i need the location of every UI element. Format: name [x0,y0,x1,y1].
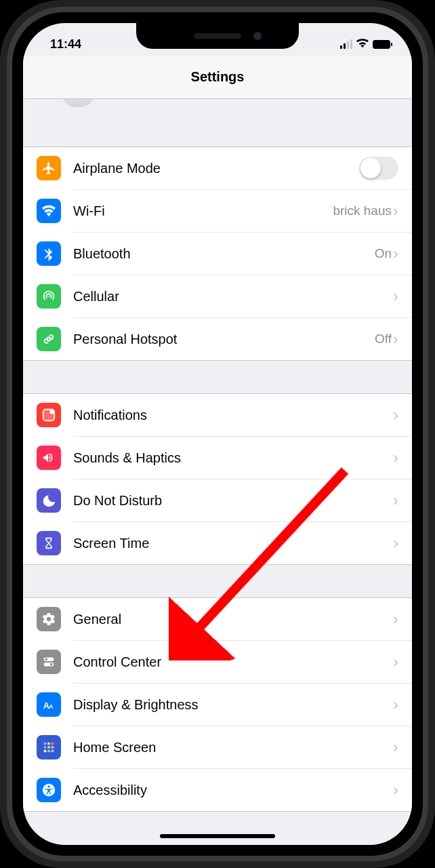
moon-icon [37,488,61,513]
chevron-right-icon: › [393,330,398,349]
chevron-right-icon: › [393,287,398,306]
svg-rect-9 [44,743,47,745]
home-indicator[interactable] [160,834,275,838]
row-sounds-haptics[interactable]: Sounds & Haptics › [23,437,412,479]
wifi-status-icon [356,37,369,52]
row-home-screen[interactable]: Home Screen › [23,726,412,768]
notch [136,23,299,49]
row-detail: brick haus [333,203,392,218]
chevron-right-icon: › [393,534,398,553]
svg-rect-10 [47,743,50,745]
sound-icon [37,446,61,470]
svg-rect-17 [51,750,54,753]
row-general[interactable]: General › [23,598,412,640]
row-label: Airplane Mode [73,161,161,176]
status-time: 11:44 [50,37,81,52]
row-label: Control Center [73,654,161,670]
chevron-right-icon: › [393,406,398,425]
chevron-right-icon: › [393,610,398,629]
screen: 11:44 Settings [23,23,412,845]
cellular-icon [37,284,61,309]
battery-icon [373,40,390,49]
row-detail: Off [375,332,392,347]
row-detail: On [375,246,392,261]
row-label: Do Not Disturb [73,493,162,509]
row-label: Notifications [73,408,147,423]
svg-point-4 [45,658,48,661]
svg-text:A: A [49,703,54,710]
row-label: Screen Time [73,536,149,551]
airplane-icon [37,156,61,180]
chevron-right-icon: › [393,781,398,800]
settings-group-notifications: Notifications › Sounds & Haptics › [23,393,412,565]
phone-frame: 11:44 Settings [0,0,435,868]
gear-icon [37,607,61,631]
app-grid-icon [37,735,61,760]
chevron-right-icon: › [393,695,398,714]
row-label: Wi-Fi [73,203,105,219]
row-personal-hotspot[interactable]: Personal Hotspot Off › [23,318,412,360]
chevron-right-icon: › [393,652,398,671]
chevron-right-icon: › [393,201,398,220]
row-do-not-disturb[interactable]: Do Not Disturb › [23,479,412,521]
cell-signal-icon [340,39,352,49]
page-title: Settings [191,69,245,85]
svg-rect-16 [47,750,50,753]
chevron-right-icon: › [393,448,398,467]
svg-rect-11 [51,743,54,745]
svg-rect-14 [51,746,54,749]
row-accessibility[interactable]: Accessibility › [23,769,412,811]
svg-rect-13 [47,746,50,749]
chevron-right-icon: › [393,491,398,510]
text-size-icon: AA [37,692,61,717]
accessibility-icon [37,778,61,802]
row-label: Display & Brightness [73,697,199,713]
airplane-toggle[interactable] [359,157,398,180]
svg-point-2 [49,410,54,414]
row-label: Home Screen [73,740,156,755]
row-label: Personal Hotspot [73,332,177,347]
row-label: General [73,612,121,627]
chevron-right-icon: › [393,244,398,263]
settings-list[interactable]: Airplane Mode Wi-Fi brick haus › [23,99,412,845]
row-cellular[interactable]: Cellular › [23,275,412,317]
row-label: Accessibility [73,783,147,798]
row-bluetooth[interactable]: Bluetooth On › [23,233,412,275]
wifi-icon [37,199,61,223]
row-notifications[interactable]: Notifications › [23,394,412,436]
row-airplane-mode[interactable]: Airplane Mode [23,147,412,189]
hotspot-icon [37,327,61,351]
row-screen-time[interactable]: Screen Time › [23,522,412,564]
hourglass-icon [37,531,61,555]
settings-group-general: General › Control Center › [23,597,412,812]
row-label: Cellular [73,289,119,304]
svg-rect-15 [44,750,47,753]
svg-point-19 [47,785,49,787]
toggles-icon [37,650,61,674]
nav-header: Settings [23,56,412,99]
row-wifi[interactable]: Wi-Fi brick haus › [23,190,412,232]
settings-group-connectivity: Airplane Mode Wi-Fi brick haus › [23,146,412,361]
svg-point-6 [50,663,53,666]
row-label: Bluetooth [73,246,131,262]
notifications-icon [37,403,61,427]
svg-rect-12 [44,746,47,749]
chevron-right-icon: › [393,738,398,757]
row-control-center[interactable]: Control Center › [23,641,412,683]
row-display-brightness[interactable]: AA Display & Brightness › [23,684,412,726]
row-label: Sounds & Haptics [73,450,181,466]
bluetooth-icon [37,241,61,266]
